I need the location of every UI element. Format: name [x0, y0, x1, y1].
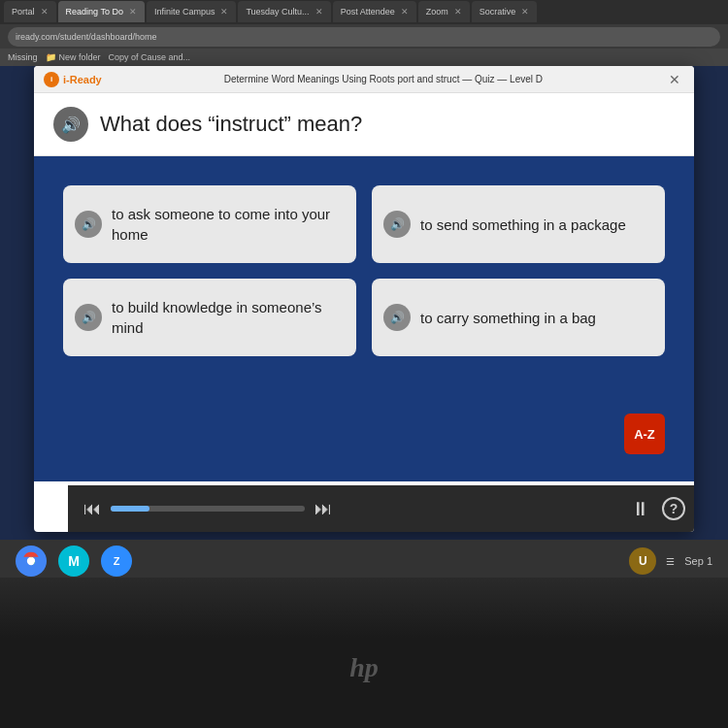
tab-zoom[interactable]: Zoom ✕ [418, 1, 470, 22]
content-area: 🔊 to ask someone to come into your home … [34, 156, 694, 481]
question-header: 🔊 What does “instruct” mean? [34, 93, 694, 156]
answer-text-c: to build knowledge in someone’s mind [112, 297, 341, 338]
iready-window: i i-Ready Determine Word Meanings Using … [34, 66, 694, 532]
progress-bar-fill [111, 506, 149, 512]
menu-icon[interactable]: ☰ [666, 556, 675, 567]
answer-text-a: to ask someone to come into your home [112, 204, 341, 245]
answer-grid: 🔊 to ask someone to come into your home … [63, 185, 665, 356]
tab-socrative[interactable]: Socrative ✕ [472, 1, 538, 22]
answer-card-b[interactable]: 🔊 to send something in a package [372, 185, 665, 263]
answer-speaker-d[interactable]: 🔊 [383, 304, 411, 331]
question-text: What does “instruct” mean? [100, 112, 362, 137]
media-controls: ⏮ ⏭ ⏸ ? ⚙ [68, 485, 694, 532]
laptop-bottom: hp [0, 578, 728, 728]
zoom-icon[interactable]: Z [101, 546, 132, 577]
iready-logo: i i-Ready [44, 72, 102, 87]
az-button[interactable]: A-Z [624, 414, 665, 454]
pause-button[interactable]: ⏸ [631, 498, 650, 520]
answer-card-d[interactable]: 🔊 to carry something in a bag [372, 279, 665, 356]
screen: Portal ✕ Reading To Do ✕ Infinite Campus… [0, 0, 728, 582]
bottom-area: A-Z [63, 406, 665, 462]
tab-close-icon[interactable]: ✕ [401, 7, 409, 17]
help-button[interactable]: ? [662, 497, 685, 520]
taskbar: M Z U ☰ Sep 1 [0, 540, 728, 582]
answer-text-b: to send something in a package [420, 215, 626, 235]
hp-logo: hp [349, 652, 379, 683]
address-bar-row [0, 24, 728, 49]
bookmark-new-folder[interactable]: 📁 New folder [46, 52, 101, 62]
skip-forward-button[interactable]: ⏭ [314, 499, 332, 519]
question-speaker-button[interactable]: 🔊 [53, 107, 88, 142]
meet-icon[interactable]: M [58, 546, 89, 577]
tab-infinite-campus[interactable]: Infinite Campus ✕ [147, 1, 237, 22]
answer-speaker-c[interactable]: 🔊 [75, 304, 102, 331]
tab-reading[interactable]: Reading To Do ✕ [58, 1, 145, 22]
taskbar-right: U ☰ Sep 1 [629, 547, 712, 575]
tab-close-icon[interactable]: ✕ [454, 7, 462, 17]
tab-close-icon[interactable]: ✕ [315, 7, 323, 17]
answer-card-c[interactable]: 🔊 to build knowledge in someone’s mind [63, 279, 356, 356]
answer-card-a[interactable]: 🔊 to ask someone to come into your home [63, 185, 356, 263]
browser-chrome: Portal ✕ Reading To Do ✕ Infinite Campus… [0, 0, 728, 66]
bookmarks-bar: Missing 📁 New folder Copy of Cause and..… [0, 49, 728, 66]
window-titlebar: i i-Ready Determine Word Meanings Using … [34, 66, 694, 93]
window-title: Determine Word Meanings Using Roots port… [102, 74, 665, 84]
tab-tuesday[interactable]: Tuesday Cultu... ✕ [238, 1, 330, 22]
tab-close-icon[interactable]: ✕ [129, 7, 137, 17]
media-right: ⏸ ? ⚙ [631, 497, 694, 520]
answer-text-d: to carry something in a bag [420, 308, 596, 328]
bookmark-missing[interactable]: Missing [8, 52, 38, 62]
progress-bar[interactable] [111, 506, 305, 512]
answer-speaker-b[interactable]: 🔊 [383, 211, 411, 238]
tab-bar: Portal ✕ Reading To Do ✕ Infinite Campus… [0, 0, 728, 24]
user-avatar[interactable]: U [629, 547, 656, 575]
taskbar-time: Sep 1 [684, 555, 712, 567]
bookmark-copy[interactable]: Copy of Cause and... [109, 52, 191, 62]
skip-back-button[interactable]: ⏮ [83, 499, 101, 519]
address-input[interactable] [8, 27, 720, 47]
chrome-icon[interactable] [16, 546, 47, 577]
window-close-button[interactable]: ✕ [665, 72, 684, 87]
taskbar-apps: M Z [16, 546, 132, 577]
tab-close-icon[interactable]: ✕ [521, 7, 529, 17]
tab-post[interactable]: Post Attendee ✕ [333, 1, 416, 22]
tab-close-icon[interactable]: ✕ [41, 7, 49, 17]
iready-logo-icon: i [44, 72, 59, 87]
tab-close-icon[interactable]: ✕ [220, 7, 228, 17]
tab-portal[interactable]: Portal ✕ [4, 1, 56, 22]
answer-speaker-a[interactable]: 🔊 [75, 211, 102, 238]
media-left: ⏮ ⏭ [83, 499, 332, 519]
